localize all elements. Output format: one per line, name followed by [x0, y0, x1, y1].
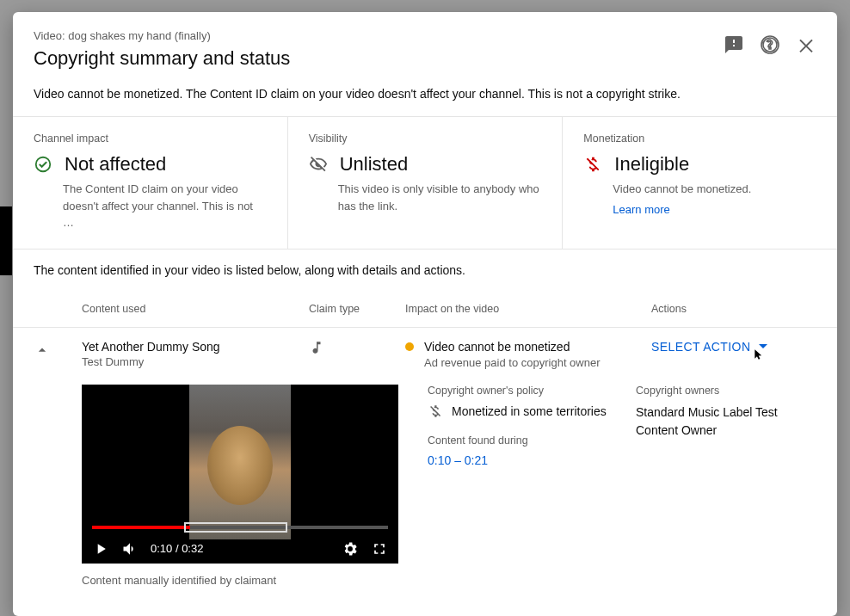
video-player: 0:10 / 0:32 Content manually identified … — [82, 385, 398, 587]
copyright-modal: Video: dog shakes my hand (finally) Copy… — [13, 12, 837, 616]
channel-impact-label: Channel impact — [34, 132, 267, 145]
music-note-icon — [309, 340, 324, 355]
visibility-card: Visibility Unlisted This video is only v… — [288, 117, 564, 249]
col-content-used: Content used — [82, 303, 309, 315]
channel-impact-value: Not affected — [65, 153, 166, 176]
monetization-label: Monetization — [583, 132, 816, 145]
monetization-value: Ineligible — [614, 153, 689, 176]
select-action-button[interactable]: SELECT ACTION — [651, 340, 816, 354]
close-icon[interactable] — [796, 34, 816, 55]
help-icon[interactable] — [760, 34, 780, 55]
settings-icon[interactable] — [342, 540, 359, 557]
play-icon[interactable] — [92, 540, 109, 557]
warning-text: Video cannot be monetized. The Content I… — [13, 83, 837, 117]
policy-value: Monetized in some territories — [452, 404, 607, 418]
video-time: 0:10 / 0:32 — [151, 542, 203, 555]
found-label: Content found during — [428, 434, 608, 447]
video-frame[interactable]: 0:10 / 0:32 — [82, 385, 398, 564]
intro-text: The content identified in your video is … — [13, 249, 837, 291]
table-header: Content used Claim type Impact on the vi… — [13, 291, 837, 328]
col-claim-type: Claim type — [309, 303, 405, 315]
channel-impact-desc: The Content ID claim on your video doesn… — [63, 181, 267, 231]
modal-header: Video: dog shakes my hand (finally) Copy… — [13, 12, 837, 83]
claim-detail: 0:10 / 0:32 Content manually identified … — [13, 369, 837, 587]
content-title: Yet Another Dummy Song — [82, 340, 309, 354]
no-monetization-icon — [583, 155, 602, 174]
found-range[interactable]: 0:10 – 0:21 — [428, 453, 608, 467]
visibility-label: Visibility — [309, 132, 542, 145]
visibility-value: Unlisted — [340, 153, 408, 176]
learn-more-link[interactable]: Learn more — [613, 203, 816, 216]
caret-down-icon — [759, 344, 767, 348]
impact-title: Video cannot be monetized — [424, 340, 570, 354]
monetization-desc: Video cannot be monetized. — [613, 181, 816, 198]
visibility-desc: This video is only visible to anybody wh… — [338, 181, 542, 214]
status-dot-icon — [405, 342, 414, 351]
owners-label: Copyright owners — [636, 385, 816, 397]
policy-label: Copyright owner's policy — [428, 385, 608, 397]
channel-impact-card: Channel impact Not affected The Content … — [13, 117, 288, 249]
feedback-icon[interactable] — [724, 34, 744, 55]
claim-row: Yet Another Dummy Song Test Dummy Video … — [13, 328, 837, 369]
col-actions: Actions — [651, 303, 816, 315]
fullscreen-icon[interactable] — [371, 540, 388, 557]
breadcrumb: Video: dog shakes my hand (finally) — [34, 29, 724, 42]
monetize-off-icon — [428, 403, 443, 419]
page-title: Copyright summary and status — [34, 47, 724, 70]
eye-off-icon — [309, 155, 328, 174]
monetization-card: Monetization Ineligible Video cannot be … — [563, 117, 837, 249]
check-circle-icon — [34, 155, 52, 174]
status-row: Channel impact Not affected The Content … — [13, 117, 837, 249]
impact-sub: Ad revenue paid to copyright owner — [424, 356, 651, 369]
volume-icon[interactable] — [121, 540, 139, 557]
claim-segment-marker — [184, 522, 287, 533]
select-action-label: SELECT ACTION — [651, 340, 750, 354]
col-impact: Impact on the video — [405, 303, 651, 315]
owners-value: Standard Music Label Test Content Owner — [636, 403, 816, 440]
content-artist: Test Dummy — [82, 355, 309, 368]
video-progress[interactable] — [92, 526, 388, 529]
player-caption: Content manually identified by claimant — [82, 574, 398, 587]
chevron-up-icon[interactable] — [34, 342, 51, 359]
